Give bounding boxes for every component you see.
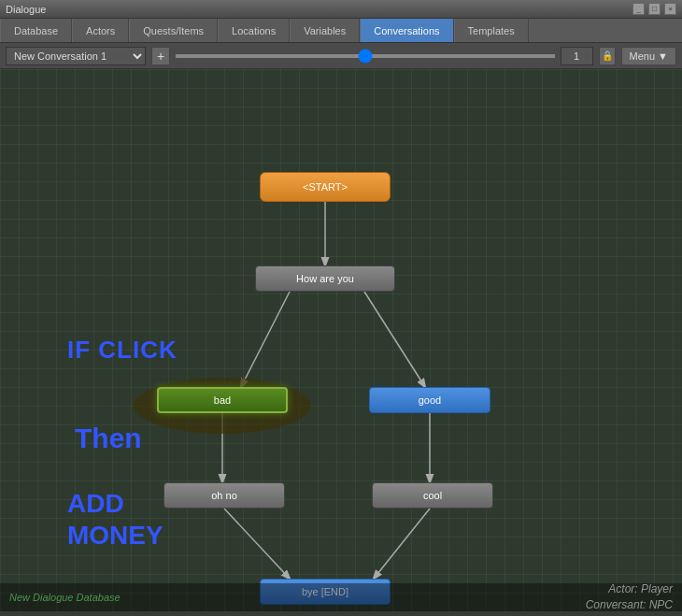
- annotation-if-click: IF CLICK: [67, 336, 178, 365]
- conversant-label: Conversant: NPC: [586, 597, 673, 611]
- tab-templates[interactable]: Templates: [454, 19, 529, 42]
- window-controls: _ □ ×: [632, 3, 676, 15]
- app-title: Dialogue: [6, 4, 46, 15]
- good-node[interactable]: good: [369, 387, 490, 413]
- toolbar: New Conversation 1 + 1 🔒 Menu ▼: [0, 43, 682, 69]
- annotation-then: Then: [75, 423, 142, 454]
- ohno-node[interactable]: oh no: [163, 482, 285, 509]
- tab-locations[interactable]: Locations: [218, 19, 290, 42]
- zoom-value: 1: [561, 47, 593, 65]
- start-node[interactable]: <START>: [260, 172, 391, 202]
- lock-button[interactable]: 🔒: [599, 47, 616, 65]
- actor-label: Actor: Player: [586, 581, 673, 597]
- status-right: Actor: Player Conversant: NPC: [586, 581, 673, 611]
- menu-button[interactable]: Menu ▼: [621, 47, 676, 65]
- tab-quests[interactable]: Quests/Items: [129, 19, 218, 42]
- annotation-add-money: ADD MONEY: [67, 488, 163, 551]
- tab-variables[interactable]: Variables: [290, 19, 360, 42]
- close-button[interactable]: ×: [664, 3, 676, 15]
- bad-node[interactable]: bad: [157, 387, 288, 413]
- cool-node[interactable]: cool: [372, 482, 493, 509]
- status-left: New Dialogue Database: [9, 592, 121, 603]
- maximize-button[interactable]: □: [648, 3, 661, 15]
- title-bar: Dialogue _ □ ×: [0, 0, 682, 19]
- add-conversation-button[interactable]: +: [151, 47, 170, 65]
- zoom-slider[interactable]: [176, 54, 555, 58]
- tab-conversations[interactable]: Conversations: [360, 19, 453, 42]
- tab-actors[interactable]: Actors: [72, 19, 129, 42]
- tab-bar: Database Actors Quests/Items Locations V…: [0, 19, 682, 43]
- svg-line-5: [224, 509, 290, 579]
- svg-line-2: [364, 292, 425, 387]
- svg-line-6: [374, 509, 430, 579]
- canvas-area[interactable]: <START> How are you bad good oh no cool …: [0, 69, 682, 611]
- how-node[interactable]: How are you: [255, 265, 395, 292]
- tab-database[interactable]: Database: [0, 19, 72, 42]
- minimize-button[interactable]: _: [632, 3, 645, 15]
- svg-line-1: [241, 292, 290, 387]
- arrows-svg: [0, 69, 682, 611]
- conversation-select[interactable]: New Conversation 1: [6, 47, 146, 65]
- status-bar: New Dialogue Database Actor: Player Conv…: [0, 583, 682, 611]
